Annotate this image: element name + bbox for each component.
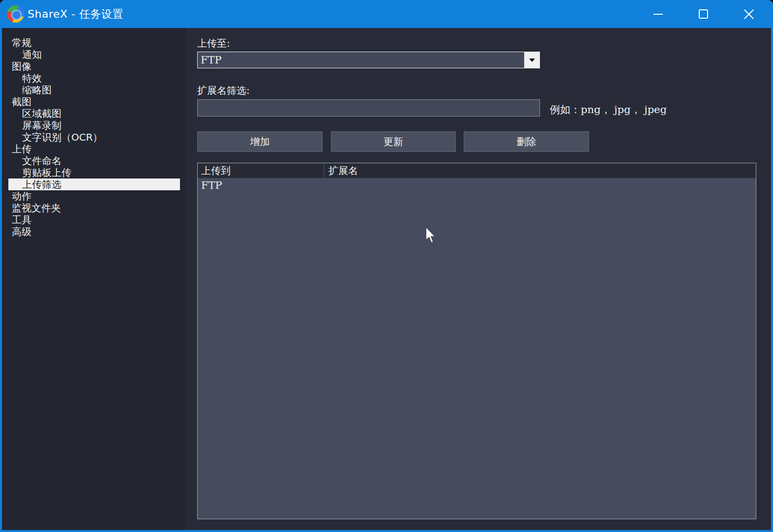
window-content: 常规 通知 图像 特效 缩略图 截图 区域截图 屏幕录制 文字识别（OCR） 上… [2, 28, 771, 530]
nav-item-screen-recorder[interactable]: 屏幕录制 [2, 119, 186, 131]
nav-item-file-naming[interactable]: 文件命名 [2, 155, 186, 167]
nav-item-uploader-filters[interactable]: 上传筛选 [8, 178, 180, 190]
nav-item-actions[interactable]: 动作 [2, 190, 186, 202]
sharex-task-settings-window: ShareX - 任务设置 常规 通知 图像 特效 缩略图 截图 区域截图 屏幕… [0, 0, 773, 532]
nav-item-effects[interactable]: 特效 [2, 72, 186, 84]
uploader-filters-panel: 上传至: FTP 扩展名筛选: 例如：png， jpg， jpeg 增加 更新 … [186, 28, 771, 530]
maximize-button[interactable] [689, 0, 717, 28]
nav-item-tools[interactable]: 工具 [2, 214, 186, 226]
extension-filter-input[interactable] [197, 99, 540, 117]
nav-item-notifications[interactable]: 通知 [2, 49, 186, 60]
titlebar[interactable]: ShareX - 任务设置 [0, 0, 773, 28]
nav-item-image[interactable]: 图像 [2, 60, 186, 72]
settings-nav-tree: 常规 通知 图像 特效 缩略图 截图 区域截图 屏幕录制 文字识别（OCR） 上… [2, 28, 186, 530]
uploader-select-value: FTP [198, 54, 524, 66]
column-header-upload-to[interactable]: 上传到 [198, 163, 325, 178]
table-row[interactable]: FTP [198, 178, 756, 192]
uploader-select[interactable]: FTP [197, 52, 540, 68]
maximize-icon [699, 9, 708, 19]
minimize-button[interactable] [644, 0, 672, 28]
window-title: ShareX - 任务设置 [28, 7, 123, 22]
update-button[interactable]: 更新 [331, 131, 456, 152]
close-icon [743, 9, 754, 20]
delete-button[interactable]: 删除 [464, 131, 589, 152]
nav-item-general[interactable]: 常规 [2, 37, 186, 49]
column-header-extension[interactable]: 扩展名 [325, 163, 358, 178]
nav-item-region-capture[interactable]: 区域截图 [2, 108, 186, 119]
add-button[interactable]: 增加 [197, 131, 323, 152]
nav-item-upload[interactable]: 上传 [2, 143, 186, 155]
filters-list-header: 上传到 扩展名 [198, 163, 756, 178]
nav-item-ocr[interactable]: 文字识别（OCR） [2, 131, 186, 143]
nav-item-thumbnail[interactable]: 缩略图 [2, 84, 186, 96]
nav-item-watch-folders[interactable]: 监视文件夹 [2, 202, 186, 214]
filters-list-body[interactable]: FTP [198, 178, 756, 519]
minimize-icon [654, 14, 663, 15]
nav-item-advanced[interactable]: 高级 [2, 226, 186, 237]
upload-to-label: 上传至: [197, 37, 230, 50]
uploader-select-dropdown-button[interactable] [524, 52, 539, 68]
nav-item-clipboard-upload[interactable]: 剪贴板上传 [2, 167, 186, 178]
extension-filter-label: 扩展名筛选: [197, 84, 250, 97]
sharex-logo-icon [7, 5, 24, 23]
cell-upload-to: FTP [198, 179, 325, 191]
chevron-down-icon [529, 59, 535, 62]
close-button[interactable] [735, 0, 763, 28]
extension-filter-hint: 例如：png， jpg， jpeg [550, 103, 667, 117]
nav-item-capture[interactable]: 截图 [2, 96, 186, 108]
filters-listview[interactable]: 上传到 扩展名 FTP [197, 163, 756, 519]
